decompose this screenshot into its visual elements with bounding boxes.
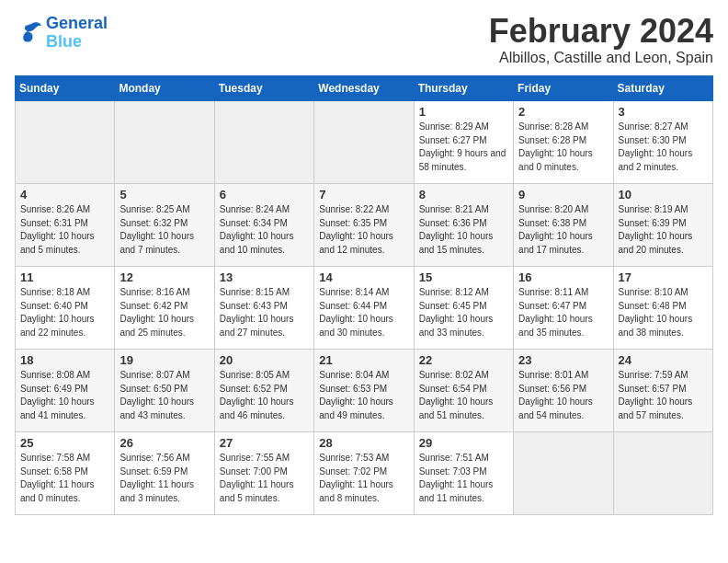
day-number: 15 (419, 270, 508, 284)
calendar-cell: 3Sunrise: 8:27 AMSunset: 6:30 PMDaylight… (613, 101, 712, 184)
header-saturday: Saturday (613, 76, 712, 101)
day-info: Sunrise: 8:02 AMSunset: 6:54 PMDaylight:… (419, 369, 508, 422)
day-number: 26 (119, 436, 209, 450)
calendar-cell: 12Sunrise: 8:16 AMSunset: 6:42 PMDayligh… (115, 267, 214, 350)
calendar-week-row: 25Sunrise: 7:58 AMSunset: 6:58 PMDayligh… (16, 432, 713, 515)
day-number: 29 (419, 436, 508, 450)
title-block: February 2024 Albillos, Castille and Leo… (489, 15, 713, 66)
day-info: Sunrise: 7:59 AMSunset: 6:57 PMDaylight:… (619, 369, 708, 422)
calendar-week-row: 4Sunrise: 8:26 AMSunset: 6:31 PMDaylight… (16, 184, 713, 267)
day-number: 8 (419, 188, 508, 201)
day-number: 19 (119, 353, 209, 367)
calendar-cell: 17Sunrise: 8:10 AMSunset: 6:48 PMDayligh… (613, 267, 712, 350)
calendar-cell (115, 101, 214, 184)
day-info: Sunrise: 8:12 AMSunset: 6:45 PMDaylight:… (419, 286, 508, 339)
calendar-cell: 10Sunrise: 8:19 AMSunset: 6:39 PMDayligh… (613, 184, 712, 267)
calendar-cell: 6Sunrise: 8:24 AMSunset: 6:34 PMDaylight… (214, 184, 313, 267)
day-number: 20 (220, 353, 309, 367)
calendar-cell: 1Sunrise: 8:29 AMSunset: 6:27 PMDaylight… (414, 101, 513, 184)
calendar-cell: 14Sunrise: 8:14 AMSunset: 6:44 PMDayligh… (314, 267, 414, 350)
day-info: Sunrise: 8:07 AMSunset: 6:50 PMDaylight:… (119, 369, 209, 422)
day-number: 2 (518, 105, 608, 119)
header-friday: Friday (514, 76, 613, 101)
day-info: Sunrise: 8:18 AMSunset: 6:40 PMDaylight:… (20, 286, 109, 339)
day-info: Sunrise: 7:58 AMSunset: 6:58 PMDaylight:… (20, 452, 109, 505)
day-number: 24 (619, 353, 708, 367)
calendar-cell: 9Sunrise: 8:20 AMSunset: 6:38 PMDaylight… (514, 184, 613, 267)
day-info: Sunrise: 8:28 AMSunset: 6:28 PMDaylight:… (518, 121, 608, 174)
calendar-header-row: SundayMondayTuesdayWednesdayThursdayFrid… (16, 76, 713, 101)
day-number: 23 (518, 353, 608, 367)
day-info: Sunrise: 8:16 AMSunset: 6:42 PMDaylight:… (119, 286, 209, 339)
page-header: General Blue February 2024 Albillos, Cas… (15, 15, 713, 66)
day-number: 1 (419, 105, 508, 119)
day-info: Sunrise: 8:10 AMSunset: 6:48 PMDaylight:… (619, 286, 708, 339)
calendar-cell: 4Sunrise: 8:26 AMSunset: 6:31 PMDaylight… (16, 184, 115, 267)
day-info: Sunrise: 7:56 AMSunset: 6:59 PMDaylight:… (119, 452, 209, 505)
logo: General Blue (15, 15, 108, 52)
calendar-cell: 28Sunrise: 7:53 AMSunset: 7:02 PMDayligh… (314, 432, 414, 515)
day-number: 7 (319, 188, 408, 201)
day-info: Sunrise: 8:26 AMSunset: 6:31 PMDaylight:… (20, 203, 109, 257)
day-info: Sunrise: 7:53 AMSunset: 7:02 PMDaylight:… (319, 452, 408, 505)
logo-text: General Blue (46, 15, 108, 52)
calendar-cell: 5Sunrise: 8:25 AMSunset: 6:32 PMDaylight… (115, 184, 214, 267)
day-info: Sunrise: 8:19 AMSunset: 6:39 PMDaylight:… (619, 203, 708, 257)
day-info: Sunrise: 8:25 AMSunset: 6:32 PMDaylight:… (119, 203, 209, 257)
calendar-cell (613, 432, 712, 515)
calendar-cell: 19Sunrise: 8:07 AMSunset: 6:50 PMDayligh… (115, 350, 214, 432)
calendar-cell: 25Sunrise: 7:58 AMSunset: 6:58 PMDayligh… (16, 432, 115, 515)
day-info: Sunrise: 8:24 AMSunset: 6:34 PMDaylight:… (220, 203, 309, 257)
day-info: Sunrise: 8:22 AMSunset: 6:35 PMDaylight:… (319, 203, 408, 257)
day-info: Sunrise: 8:21 AMSunset: 6:36 PMDaylight:… (419, 203, 508, 257)
day-info: Sunrise: 8:05 AMSunset: 6:52 PMDaylight:… (220, 369, 309, 422)
day-number: 9 (518, 188, 608, 201)
day-info: Sunrise: 8:04 AMSunset: 6:53 PMDaylight:… (319, 369, 408, 422)
day-info: Sunrise: 7:51 AMSunset: 7:03 PMDaylight:… (419, 452, 508, 505)
calendar-cell (314, 101, 414, 184)
day-number: 6 (220, 188, 309, 201)
header-sunday: Sunday (16, 76, 115, 101)
day-info: Sunrise: 8:11 AMSunset: 6:47 PMDaylight:… (518, 286, 608, 339)
calendar-cell: 11Sunrise: 8:18 AMSunset: 6:40 PMDayligh… (16, 267, 115, 350)
calendar-cell: 16Sunrise: 8:11 AMSunset: 6:47 PMDayligh… (514, 267, 613, 350)
day-info: Sunrise: 7:55 AMSunset: 7:00 PMDaylight:… (220, 452, 309, 505)
day-number: 16 (518, 270, 608, 284)
day-number: 27 (220, 436, 309, 450)
day-number: 12 (119, 270, 209, 284)
day-number: 21 (319, 353, 408, 367)
day-info: Sunrise: 8:27 AMSunset: 6:30 PMDaylight:… (619, 121, 708, 174)
day-number: 13 (220, 270, 309, 284)
day-number: 28 (319, 436, 408, 450)
day-number: 4 (20, 188, 109, 201)
calendar-cell: 13Sunrise: 8:15 AMSunset: 6:43 PMDayligh… (214, 267, 313, 350)
calendar-cell: 7Sunrise: 8:22 AMSunset: 6:35 PMDaylight… (314, 184, 414, 267)
calendar-cell: 20Sunrise: 8:05 AMSunset: 6:52 PMDayligh… (214, 350, 313, 432)
calendar-cell: 15Sunrise: 8:12 AMSunset: 6:45 PMDayligh… (414, 267, 513, 350)
day-number: 10 (619, 188, 708, 201)
day-info: Sunrise: 8:01 AMSunset: 6:56 PMDaylight:… (518, 369, 608, 422)
day-number: 11 (20, 270, 109, 284)
day-number: 17 (619, 270, 708, 284)
calendar-cell: 2Sunrise: 8:28 AMSunset: 6:28 PMDaylight… (514, 101, 613, 184)
day-number: 5 (119, 188, 209, 201)
day-number: 3 (619, 105, 708, 119)
header-wednesday: Wednesday (314, 76, 414, 101)
calendar-cell: 22Sunrise: 8:02 AMSunset: 6:54 PMDayligh… (414, 350, 513, 432)
calendar-cell: 27Sunrise: 7:55 AMSunset: 7:00 PMDayligh… (214, 432, 313, 515)
location-title: Albillos, Castille and Leon, Spain (489, 50, 713, 66)
calendar-week-row: 1Sunrise: 8:29 AMSunset: 6:27 PMDaylight… (16, 101, 713, 184)
logo-bird-icon (15, 20, 42, 46)
calendar-table: SundayMondayTuesdayWednesdayThursdayFrid… (15, 75, 713, 515)
calendar-cell: 26Sunrise: 7:56 AMSunset: 6:59 PMDayligh… (115, 432, 214, 515)
header-monday: Monday (115, 76, 214, 101)
day-number: 22 (419, 353, 508, 367)
day-number: 14 (319, 270, 408, 284)
day-info: Sunrise: 8:15 AMSunset: 6:43 PMDaylight:… (220, 286, 309, 339)
calendar-cell: 29Sunrise: 7:51 AMSunset: 7:03 PMDayligh… (414, 432, 513, 515)
day-info: Sunrise: 8:20 AMSunset: 6:38 PMDaylight:… (518, 203, 608, 257)
day-info: Sunrise: 8:29 AMSunset: 6:27 PMDaylight:… (419, 121, 508, 174)
calendar-week-row: 11Sunrise: 8:18 AMSunset: 6:40 PMDayligh… (16, 267, 713, 350)
calendar-cell: 21Sunrise: 8:04 AMSunset: 6:53 PMDayligh… (314, 350, 414, 432)
day-info: Sunrise: 8:14 AMSunset: 6:44 PMDaylight:… (319, 286, 408, 339)
